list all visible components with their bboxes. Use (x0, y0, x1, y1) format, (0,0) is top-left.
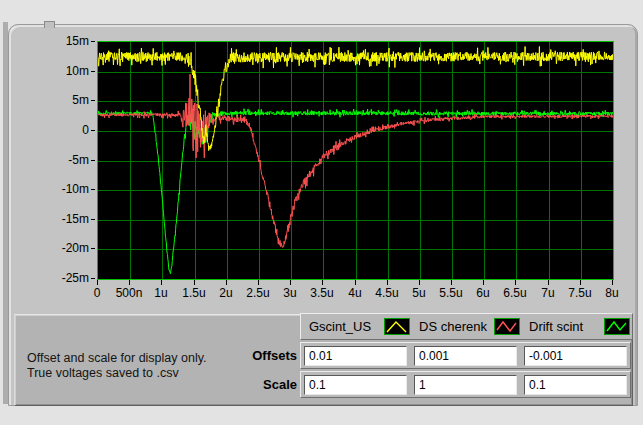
x-tick-mark (290, 280, 291, 285)
y-tick-mark (91, 100, 95, 101)
legend-item-ds-cherenk[interactable]: DS cherenk (411, 314, 521, 339)
x-tick-mark (387, 280, 388, 285)
offset-input-ds-cherenk[interactable] (414, 346, 517, 366)
trace-ds-cherenk (98, 74, 613, 247)
y-tick-label: -25m (41, 271, 89, 285)
offsets-label: Offsets (212, 348, 297, 363)
x-tick-mark (515, 280, 516, 285)
y-tick-label: 0 (41, 123, 89, 137)
x-tick-mark (612, 280, 613, 285)
legend-label-ds-cherenk: DS cherenk (411, 319, 487, 334)
ds-cherenk-trace-icon[interactable] (494, 318, 520, 335)
x-tick-mark (129, 280, 130, 285)
x-tick-mark (322, 280, 323, 285)
drift-scint-trace-icon[interactable] (604, 318, 630, 335)
x-tick-mark (161, 280, 162, 285)
x-tick-mark (451, 280, 452, 285)
gscint-us-trace-icon[interactable] (384, 318, 410, 335)
waveform-graph (97, 41, 614, 280)
scale-row (300, 371, 631, 398)
legend-label-drift-scint: Drift scint (521, 319, 583, 334)
scale-input-drift-scint[interactable] (524, 375, 627, 395)
plot-legend: Gscint_US DS cherenk Drift scint (300, 313, 633, 340)
plot-svg (98, 42, 613, 279)
x-tick-mark (258, 280, 259, 285)
x-tick-mark (548, 280, 549, 285)
offset-input-gscint-us[interactable] (304, 346, 407, 366)
y-tick-label: -5m (41, 153, 89, 167)
y-tick-label: -10m (41, 182, 89, 196)
y-tick-mark (91, 41, 95, 42)
y-tick-mark (91, 71, 95, 72)
y-tick-label: 10m (41, 64, 89, 78)
y-tick-mark (91, 160, 95, 161)
scale-input-ds-cherenk[interactable] (414, 375, 517, 395)
scale-label: Scale (212, 377, 297, 392)
x-tick-mark (580, 280, 581, 285)
scale-input-gscint-us[interactable] (304, 375, 407, 395)
y-tick-label: -15m (41, 212, 89, 226)
y-tick-mark (91, 219, 95, 220)
y-tick-label: -20m (41, 241, 89, 255)
offset-input-drift-scint[interactable] (524, 346, 627, 366)
y-tick-label: 15m (41, 34, 89, 48)
legend-item-gscint-us[interactable]: Gscint_US (301, 314, 411, 339)
y-tick-mark (91, 130, 95, 131)
legend-label-gscint-us: Gscint_US (301, 319, 371, 334)
x-tick-label: 8u (590, 286, 634, 300)
offsets-row (300, 342, 631, 369)
x-tick-mark (97, 280, 98, 285)
x-tick-mark (355, 280, 356, 285)
y-tick-label: 5m (41, 93, 89, 107)
legend-item-drift-scint[interactable]: Drift scint (521, 314, 631, 339)
panel-notch (44, 21, 55, 28)
x-tick-mark (226, 280, 227, 285)
trace-drift-scint (98, 109, 613, 274)
y-tick-mark (91, 248, 95, 249)
x-tick-mark (419, 280, 420, 285)
x-tick-mark (194, 280, 195, 285)
y-tick-mark (91, 278, 95, 279)
y-tick-mark (91, 189, 95, 190)
x-tick-mark (483, 280, 484, 285)
